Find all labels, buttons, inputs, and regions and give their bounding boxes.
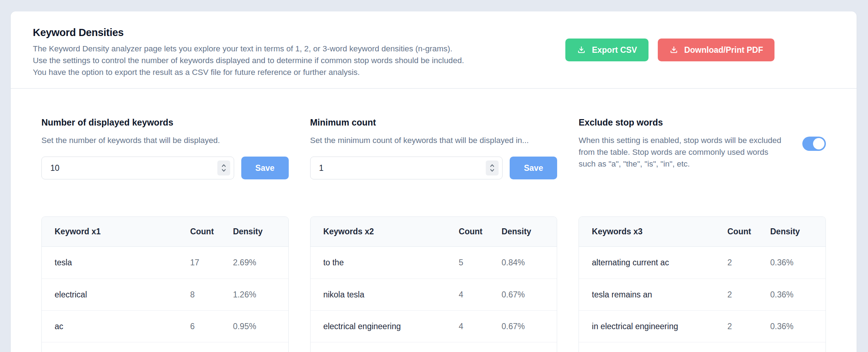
keyword-cell: ac — [55, 322, 190, 331]
table-row: in electrical engineering 2 0.36% — [579, 310, 826, 342]
column-header-count: Count — [459, 227, 501, 236]
keyword-cell: electrical — [55, 290, 190, 300]
count-cell: 2 — [727, 322, 770, 331]
column-header-density: Density — [501, 227, 546, 236]
count-cell: 4 — [459, 322, 501, 331]
table-row: to the 5 0.84% — [311, 247, 557, 279]
header-actions: Export CSV Download/Print PDF — [565, 39, 774, 61]
count-cell: 2 — [727, 290, 770, 300]
column-header-density: Density — [233, 227, 278, 236]
toggle-knob — [813, 138, 824, 149]
keyword-cell: nikola tesla — [323, 290, 459, 300]
download-print-pdf-button[interactable]: Download/Print PDF — [658, 39, 774, 61]
keywords-x2-table: Keywords x2 Count Density to the 5 0.84%… — [310, 216, 557, 352]
setting-title: Number of displayed keywords — [41, 117, 289, 128]
column-header-count: Count — [727, 227, 770, 236]
setting-displayed-keywords: Number of displayed keywords Set the num… — [41, 117, 289, 179]
keyword-cell: tesla — [55, 258, 190, 267]
settings-section: Number of displayed keywords Set the num… — [41, 117, 826, 179]
save-minimum-count-button[interactable]: Save — [510, 157, 557, 179]
density-cell: 0.95% — [233, 322, 278, 331]
table-row: alternating current ac 2 0.36% — [579, 247, 826, 279]
keyword-cell: alternating current ac — [592, 258, 727, 267]
count-cell: 17 — [190, 258, 233, 267]
download-icon — [577, 45, 586, 55]
download-print-pdf-label: Download/Print PDF — [684, 45, 763, 55]
table-row: tesla 17 2.69% — [42, 247, 288, 279]
setting-description: Set the number of keywords that will be … — [41, 134, 289, 146]
setting-description: Set the minimum count of keywords that w… — [310, 134, 557, 146]
description-line: You have the option to export the result… — [33, 66, 464, 78]
table-header-row: Keywords x3 Count Density — [579, 217, 826, 247]
density-cell: 0.67% — [501, 322, 546, 331]
displayed-keywords-input-wrap — [41, 157, 234, 179]
table-header-row: Keyword x1 Count Density — [42, 217, 288, 247]
setting-minimum-count: Minimum count Set the minimum count of k… — [310, 117, 557, 179]
setting-title: Exclude stop words — [579, 117, 826, 128]
setting-toggle-row: When this setting is enabled, stop words… — [579, 134, 826, 170]
download-icon — [669, 45, 678, 55]
density-cell: 0.67% — [501, 290, 546, 300]
page-background: Keyword Densities The Keyword Density an… — [0, 0, 868, 352]
count-cell: 4 — [459, 290, 501, 300]
table-row: tesla remains an 2 0.36% — [579, 279, 826, 310]
setting-exclude-stop-words: Exclude stop words When this setting is … — [579, 117, 826, 179]
table-row: ac 6 0.95% — [42, 310, 288, 342]
density-cell: 1.26% — [233, 290, 278, 300]
column-header-count: Count — [190, 227, 233, 236]
count-cell: 6 — [190, 322, 233, 331]
description-line: Use the settings to control the number o… — [33, 55, 464, 66]
exclude-stop-words-toggle[interactable] — [802, 137, 826, 151]
column-header-keyword: Keywords x2 — [323, 227, 459, 236]
setting-description: When this setting is enabled, stop words… — [579, 134, 787, 170]
page-description: The Keyword Density analyzer page lets y… — [33, 43, 464, 78]
description-line: The Keyword Density analyzer page lets y… — [33, 43, 464, 55]
density-cell: 0.36% — [770, 258, 815, 267]
keyword-x1-table: Keyword x1 Count Density tesla 17 2.69% … — [41, 216, 289, 352]
save-displayed-keywords-button[interactable]: Save — [241, 157, 289, 179]
card-header: Keyword Densities The Keyword Density an… — [11, 11, 857, 89]
page-title: Keyword Densities — [33, 27, 464, 39]
table-header-row: Keywords x2 Count Density — [311, 217, 557, 247]
setting-control-row: Save — [310, 157, 557, 179]
keywords-x3-table: Keywords x3 Count Density alternating cu… — [579, 216, 826, 352]
table-row: electrical 8 1.26% — [42, 279, 288, 310]
table-row: nikola tesla 4 0.67% — [311, 279, 557, 310]
density-cell: 0.36% — [770, 290, 815, 300]
minimum-count-input-wrap — [310, 157, 503, 179]
export-csv-label: Export CSV — [592, 45, 637, 55]
table-row — [42, 342, 288, 352]
count-cell: 2 — [727, 258, 770, 267]
column-header-keyword: Keyword x1 — [55, 227, 190, 236]
density-cell: 0.36% — [770, 322, 815, 331]
setting-title: Minimum count — [310, 117, 557, 128]
keyword-cell: to the — [323, 258, 459, 267]
count-cell: 8 — [190, 290, 233, 300]
setting-control-row: Save — [41, 157, 289, 179]
keyword-cell: tesla remains an — [592, 290, 727, 300]
table-row — [579, 342, 826, 352]
keyword-densities-card: Keyword Densities The Keyword Density an… — [11, 11, 857, 352]
keyword-cell: in electrical engineering — [592, 322, 727, 331]
density-cell: 0.84% — [501, 258, 546, 267]
number-stepper[interactable] — [486, 160, 499, 175]
number-stepper[interactable] — [217, 160, 230, 175]
column-header-density: Density — [770, 227, 815, 236]
export-csv-button[interactable]: Export CSV — [565, 39, 649, 61]
keyword-cell: electrical engineering — [323, 322, 459, 331]
tables-section: Keyword x1 Count Density tesla 17 2.69% … — [41, 216, 826, 352]
minimum-count-input[interactable] — [310, 157, 503, 179]
count-cell: 5 — [459, 258, 501, 267]
header-text-block: Keyword Densities The Keyword Density an… — [33, 27, 464, 78]
displayed-keywords-input[interactable] — [41, 157, 234, 179]
column-header-keyword: Keywords x3 — [592, 227, 727, 236]
table-row — [311, 342, 557, 352]
main-content: Number of displayed keywords Set the num… — [11, 117, 857, 352]
density-cell: 2.69% — [233, 258, 278, 267]
table-row: electrical engineering 4 0.67% — [311, 310, 557, 342]
